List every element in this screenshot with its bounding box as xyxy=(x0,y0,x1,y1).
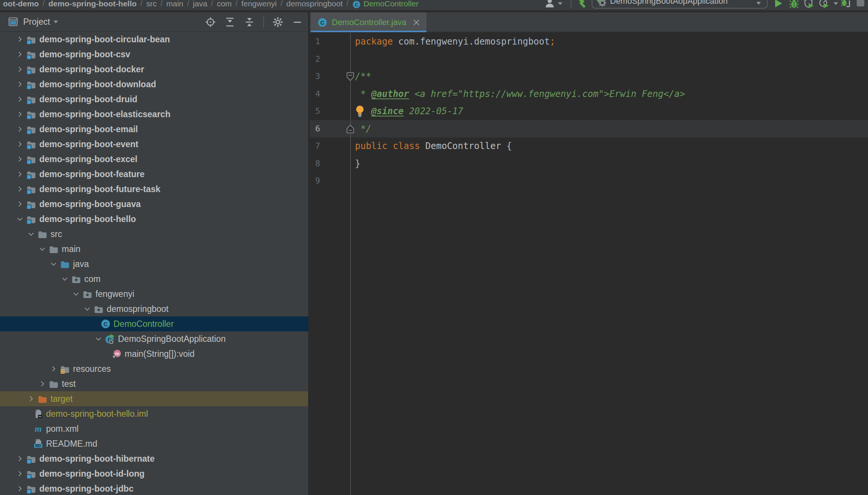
tree-item-test[interactable]: test xyxy=(0,376,308,391)
breadcrumb-item-fengwenyi[interactable]: fengwenyi xyxy=(241,0,277,8)
tree-item-demo-spring-boot-hello[interactable]: demo-spring-boot-hello xyxy=(0,212,308,227)
code-line-1[interactable]: 1package com.fengwenyi.demospringboot; xyxy=(310,33,868,51)
tree-item-demospringboot[interactable]: demospringboot xyxy=(0,301,308,316)
tree-item-demo-spring-boot-jdbc[interactable]: demo-spring-boot-jdbc xyxy=(0,481,308,495)
chevron-down-icon[interactable] xyxy=(61,274,71,284)
tree-item-demo-spring-boot-email[interactable]: demo-spring-boot-email xyxy=(0,122,308,137)
tree-item-demo-spring-boot-csv[interactable]: demo-spring-boot-csv xyxy=(0,47,308,62)
chevron-right-icon[interactable] xyxy=(16,199,26,209)
tree-item-fengwenyi[interactable]: fengwenyi xyxy=(0,286,308,301)
chevron-down-icon[interactable] xyxy=(84,304,94,314)
intention-bulb-icon[interactable] xyxy=(355,105,365,119)
chevron-right-icon[interactable] xyxy=(16,184,26,194)
tree-item-demo-spring-boot-download[interactable]: demo-spring-boot-download xyxy=(0,77,308,92)
code-editor[interactable]: 1package com.fengwenyi.demospringboot;23… xyxy=(310,33,868,495)
tree-item-demo-spring-boot-event[interactable]: demo-spring-boot-event xyxy=(0,137,308,152)
tree-item-pom-xml[interactable]: mpom.xml xyxy=(0,421,308,436)
expand-all-icon[interactable] xyxy=(224,16,236,28)
chevron-right-icon[interactable] xyxy=(16,79,26,89)
chevron-right-icon[interactable] xyxy=(16,139,26,149)
breadcrumb-item-democontroller[interactable]: CDemoController xyxy=(352,0,419,8)
locate-icon[interactable] xyxy=(205,16,216,28)
chevron-down-icon[interactable] xyxy=(16,214,26,224)
chevron-right-icon[interactable] xyxy=(16,124,26,134)
code-line-4[interactable]: 4 * @author <a href="https://www.fengwen… xyxy=(310,85,868,103)
breadcrumb-item-java[interactable]: java xyxy=(193,0,207,8)
breadcrumb-item-demospringboot[interactable]: demospringboot xyxy=(286,0,343,8)
tab-democontroller-java[interactable]: C DemoController.java xyxy=(311,12,427,32)
chevron-down-icon[interactable] xyxy=(95,334,105,344)
tree-item-target[interactable]: target xyxy=(0,391,308,406)
settings-gear-icon[interactable] xyxy=(272,16,283,28)
hide-panel-icon[interactable] xyxy=(292,16,303,28)
run-configuration-select[interactable]: DemoSpringBootAopApplication xyxy=(592,0,768,9)
chevron-down-icon[interactable] xyxy=(28,229,37,239)
chevron-right-icon[interactable] xyxy=(16,109,26,119)
chevron-right-icon[interactable] xyxy=(16,154,26,164)
breadcrumb-item-main[interactable]: main xyxy=(166,0,183,8)
tree-item-main-string-void[interactable]: mmain(String[]):void xyxy=(0,346,308,361)
chevron-right-icon[interactable] xyxy=(50,364,60,374)
chevron-right-icon[interactable] xyxy=(28,394,37,404)
chevron-right-icon[interactable] xyxy=(16,469,26,479)
tree-item-demo-spring-boot-hibernate[interactable]: demo-spring-boot-hibernate xyxy=(0,451,308,466)
tree-item-com[interactable]: com xyxy=(0,271,308,286)
chevron-right-icon[interactable] xyxy=(16,94,26,104)
chevron-down-icon[interactable] xyxy=(555,0,565,9)
tree-item-demo-spring-boot-excel[interactable]: demo-spring-boot-excel xyxy=(0,152,308,167)
tree-item-demo-spring-boot-circular-bean[interactable]: demo-spring-boot-circular-bean xyxy=(0,32,308,47)
project-panel-title-group[interactable]: Project xyxy=(7,16,61,27)
debug-button[interactable] xyxy=(789,0,799,9)
code-line-3[interactable]: 3/** xyxy=(310,68,868,85)
breadcrumb-item-demo-spring-boot-hello[interactable]: demo-spring-boot-hello xyxy=(48,0,137,8)
tree-item-readme-md[interactable]: MDREADME.md xyxy=(0,436,308,451)
user-icon[interactable] xyxy=(544,0,555,8)
breadcrumb-item-oot-demo[interactable]: oot-demo xyxy=(3,0,39,8)
breadcrumb-item-src[interactable]: src xyxy=(146,0,157,8)
run-button[interactable] xyxy=(773,0,783,9)
chevron-down-icon[interactable] xyxy=(73,289,82,299)
code-line-8[interactable]: 8} xyxy=(310,155,868,173)
chevron-right-icon[interactable] xyxy=(16,484,26,494)
chevron-right-icon[interactable] xyxy=(16,169,26,179)
chevron-right-icon[interactable] xyxy=(16,64,26,74)
tree-item-democontroller[interactable]: CDemoController xyxy=(0,316,308,331)
tree-item-main[interactable]: main xyxy=(0,242,308,256)
chevron-down-icon[interactable] xyxy=(50,16,61,27)
code-line-7[interactable]: 7public class DemoController { xyxy=(310,137,868,155)
tree-item-demo-spring-boot-future-task[interactable]: demo-spring-boot-future-task xyxy=(0,182,308,197)
chevron-right-icon[interactable] xyxy=(39,379,49,389)
tree-item-demospringbootapplication[interactable]: CDemoSpringBootApplication xyxy=(0,331,308,346)
code-line-6[interactable]: 6 */ xyxy=(310,120,868,138)
chevron-down-icon[interactable] xyxy=(831,0,841,9)
attach-debugger-button[interactable] xyxy=(841,0,852,9)
collapse-all-icon[interactable] xyxy=(244,16,255,28)
tree-item-demo-spring-boot-hello-iml[interactable]: demo-spring-boot-hello.iml xyxy=(0,406,308,421)
fold-marker-icon[interactable] xyxy=(346,72,355,83)
tree-item-demo-spring-boot-guava[interactable]: demo-spring-boot-guava xyxy=(0,197,308,212)
tree-item-src[interactable]: src xyxy=(0,227,308,242)
chevron-right-icon[interactable] xyxy=(16,34,26,44)
tree-item-demo-spring-boot-elasticsearch[interactable]: demo-spring-boot-elasticsearch xyxy=(0,107,308,122)
tree-item-demo-spring-boot-docker[interactable]: demo-spring-boot-docker xyxy=(0,62,308,77)
breadcrumb-item-com[interactable]: com xyxy=(217,0,232,8)
run-with-coverage-button[interactable] xyxy=(804,0,814,9)
project-tool-window: Project demo-spring-boot-circular-beande… xyxy=(0,12,308,495)
build-hammer-icon[interactable] xyxy=(577,0,587,9)
chevron-right-icon[interactable] xyxy=(16,49,26,59)
close-icon[interactable] xyxy=(412,18,421,27)
tree-item-label: resources xyxy=(73,364,111,374)
tree-item-demo-spring-boot-id-long[interactable]: demo-spring-boot-id-long xyxy=(0,466,308,481)
tree-item-resources[interactable]: resources xyxy=(0,361,308,376)
tree-item-java[interactable]: java xyxy=(0,256,308,271)
chevron-down-icon[interactable] xyxy=(50,259,60,269)
code-line-9[interactable]: 9 xyxy=(310,172,868,190)
chevron-down-icon[interactable] xyxy=(39,244,49,254)
fold-marker-icon[interactable] xyxy=(346,124,355,136)
code-line-2[interactable]: 2 xyxy=(310,51,868,68)
code-line-5[interactable]: 5 @since 2022-05-17 xyxy=(310,103,868,120)
tree-item-demo-spring-boot-feature[interactable]: demo-spring-boot-feature xyxy=(0,167,308,182)
tree-item-demo-spring-boot-druid[interactable]: demo-spring-boot-druid xyxy=(0,92,308,107)
profiler-button[interactable] xyxy=(819,0,829,9)
chevron-right-icon[interactable] xyxy=(16,454,26,464)
